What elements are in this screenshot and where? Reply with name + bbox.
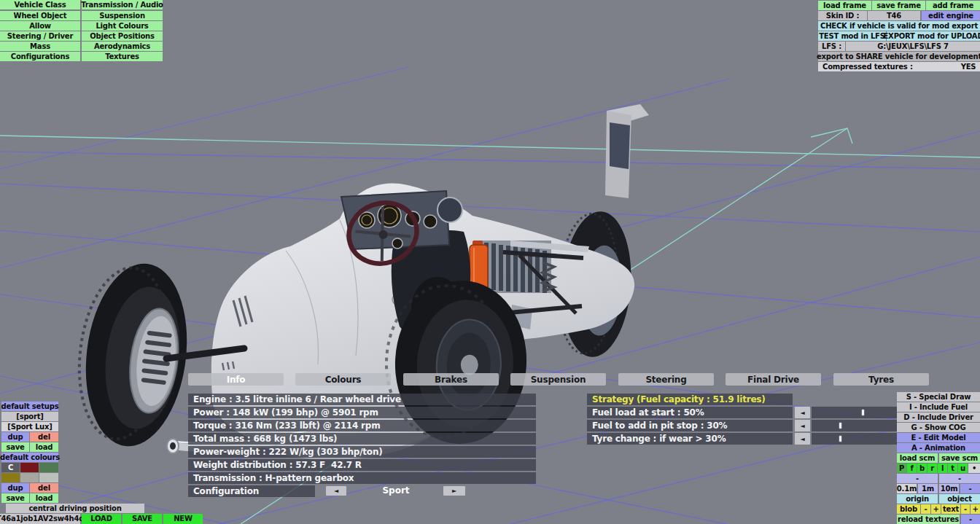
setup-save-button[interactable]: save [1, 442, 29, 452]
default-colours-button[interactable]: default colours [1, 453, 58, 462]
setup-load-button[interactable]: load [30, 442, 58, 452]
menu-vehicle-class[interactable]: Vehicle Class [0, 0, 80, 9]
save-scm-button[interactable]: save scm [939, 453, 980, 463]
minus-button-right[interactable]: - [939, 474, 980, 483]
menu-steering-driver[interactable]: Steering / Driver [0, 31, 80, 41]
toggle-include-fuel[interactable]: I - Include Fuel [897, 402, 980, 412]
tab-info[interactable]: Info [188, 373, 284, 386]
colour-slot-green[interactable] [39, 463, 58, 472]
setup-del-button[interactable]: del [30, 432, 58, 442]
menu-aerodynamics[interactable]: Aerodynamics [82, 42, 163, 51]
letter-button-p[interactable]: P [897, 464, 906, 473]
colour-dup-button[interactable]: dup [1, 483, 29, 493]
tab-suspension[interactable]: Suspension [510, 373, 606, 386]
letter-button-u[interactable]: u [958, 464, 968, 473]
vehicle-new-button[interactable]: NEW [163, 514, 203, 524]
setup-slot-sport-lux[interactable]: [Sport Lux] [1, 422, 58, 431]
menu-mass[interactable]: Mass [0, 42, 80, 51]
letter-button-l[interactable]: l [938, 464, 947, 473]
configuration-value: Sport [368, 485, 424, 496]
pit-fuel-label: Fuel to add in pit stop : 30% [587, 420, 793, 431]
setup-dup-button[interactable]: dup [1, 432, 29, 442]
grid-scale-1m[interactable]: 1m [918, 484, 938, 493]
menu-suspension[interactable]: Suspension [82, 11, 163, 20]
toggle-show-cog[interactable]: G - Show COG [897, 423, 980, 432]
fuel-load-decrease-button[interactable]: ◄ [795, 407, 810, 418]
letter-button-f[interactable]: f [907, 464, 917, 473]
grid-scale-minus[interactable]: - [960, 484, 980, 493]
letter-button-r[interactable]: r [928, 464, 937, 473]
export-mod-button[interactable]: EXPORT mod for UPLOAD [887, 31, 980, 41]
grid-scale-10m[interactable]: 10m [939, 484, 959, 493]
grid-scale-01m[interactable]: 0.1m [897, 484, 917, 493]
colour-slot-warmgray[interactable] [20, 473, 39, 482]
driving-position-button[interactable]: central driving position [6, 504, 144, 513]
fuel-load-slider[interactable] [812, 407, 897, 418]
default-setups-button[interactable]: default setups [1, 402, 58, 411]
tab-brakes[interactable]: Brakes [403, 373, 499, 386]
compressed-textures-toggle[interactable]: YES [957, 62, 980, 71]
menu-configurations[interactable]: Configurations [0, 52, 80, 61]
tyre-change-decrease-button[interactable]: ◄ [795, 433, 810, 445]
reload-textures-button[interactable]: reload textures [897, 515, 960, 524]
tab-final-drive[interactable]: Final Drive [726, 373, 821, 386]
blob-plus-button[interactable]: + [931, 504, 941, 514]
fuel-load-slider-thumb[interactable] [861, 409, 865, 416]
configuration-prev-button[interactable]: ◄ [326, 486, 346, 496]
dot-button[interactable]: • [968, 464, 980, 473]
check-valid-button[interactable]: CHECK if vehicle is valid for mod export [818, 21, 980, 31]
info-power: Power : 148 kW (199 bhp) @ 5901 rpm [188, 407, 536, 418]
tab-colours[interactable]: Colours [295, 373, 391, 386]
colour-save-button[interactable]: save [1, 493, 29, 503]
tyre-change-slider[interactable] [812, 433, 897, 445]
text-minus-button[interactable]: - [961, 504, 970, 514]
add-frame-button[interactable]: add frame [926, 1, 980, 10]
toggle-special-draw[interactable]: S - Special Draw [897, 392, 980, 402]
tab-tyres[interactable]: Tyres [833, 373, 929, 386]
share-vehicle-button[interactable]: export to SHARE vehicle for development [818, 52, 980, 61]
edit-engine-button[interactable]: edit engine [922, 11, 980, 20]
menu-light-colours[interactable]: Light Colours [82, 21, 163, 31]
configuration-next-button[interactable]: ► [443, 486, 465, 496]
menu-wheel-object[interactable]: Wheel Object [0, 11, 80, 20]
colour-slot-current[interactable]: C [1, 463, 20, 472]
toggle-include-driver[interactable]: D - Include Driver [897, 412, 980, 422]
menu-transmission-audio[interactable]: Transmission / Audio [82, 0, 163, 9]
strategy-header: Strategy (Fuel capacity : 51.9 litres) [587, 394, 793, 405]
load-scm-button[interactable]: load scm [897, 453, 938, 463]
blob-button[interactable]: blob [897, 504, 920, 514]
text-button[interactable]: text [941, 504, 960, 514]
vehicle-code-field[interactable]: T46a1job1AV2sw4h4d [0, 514, 80, 524]
pit-fuel-slider[interactable] [812, 420, 897, 431]
menu-object-positions[interactable]: Object Positions [82, 31, 163, 41]
toggle-edit-model[interactable]: E - Edit Model [897, 433, 980, 442]
save-frame-button[interactable]: save frame [872, 1, 925, 10]
colour-slot-olive[interactable] [1, 473, 20, 482]
pit-fuel-decrease-button[interactable]: ◄ [795, 420, 810, 431]
letter-button-t[interactable]: t [948, 464, 957, 473]
test-mod-button[interactable]: TEST mod in LFS [818, 31, 886, 41]
toggle-animation[interactable]: A - Animation [897, 443, 980, 453]
blob-minus-button[interactable]: - [921, 504, 930, 514]
setup-slot-sport[interactable]: [sport] [1, 412, 58, 421]
origin-button[interactable]: origin [897, 494, 938, 504]
reload-minus-button[interactable]: - [961, 515, 980, 524]
minus-button-left[interactable]: - [897, 474, 938, 483]
skin-id-value[interactable]: T46 [868, 11, 920, 20]
load-frame-button[interactable]: load frame [818, 1, 871, 10]
pit-fuel-slider-thumb[interactable] [839, 422, 842, 429]
colour-slot-maroon[interactable] [20, 463, 39, 472]
object-button[interactable]: object [939, 494, 980, 504]
vehicle-save-button[interactable]: SAVE [122, 514, 162, 524]
lfs-path-value[interactable]: G:\JEUX\LFS\LFS 7 [846, 42, 980, 51]
menu-allow[interactable]: Allow [0, 21, 80, 31]
text-plus-button[interactable]: + [971, 504, 980, 514]
menu-textures[interactable]: Textures [82, 52, 163, 61]
colour-slot-lightgray[interactable] [39, 473, 58, 482]
tyre-change-slider-thumb[interactable] [839, 435, 842, 442]
tab-steering[interactable]: Steering [618, 373, 714, 386]
colour-load-button[interactable]: load [30, 493, 58, 503]
vehicle-load-button[interactable]: LOAD [82, 514, 121, 524]
colour-del-button[interactable]: del [30, 483, 58, 493]
letter-button-b[interactable]: b [917, 464, 927, 473]
